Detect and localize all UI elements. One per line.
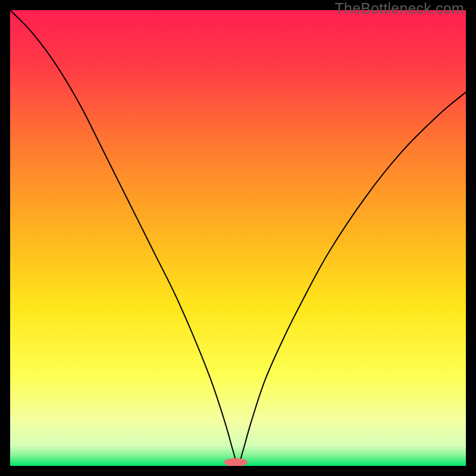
chart-frame: TheBottleneck.com [0,0,476,476]
watermark-text: TheBottleneck.com [335,0,464,17]
gradient-background [10,10,466,466]
bottleneck-chart [10,10,466,466]
plot-area [10,10,466,466]
